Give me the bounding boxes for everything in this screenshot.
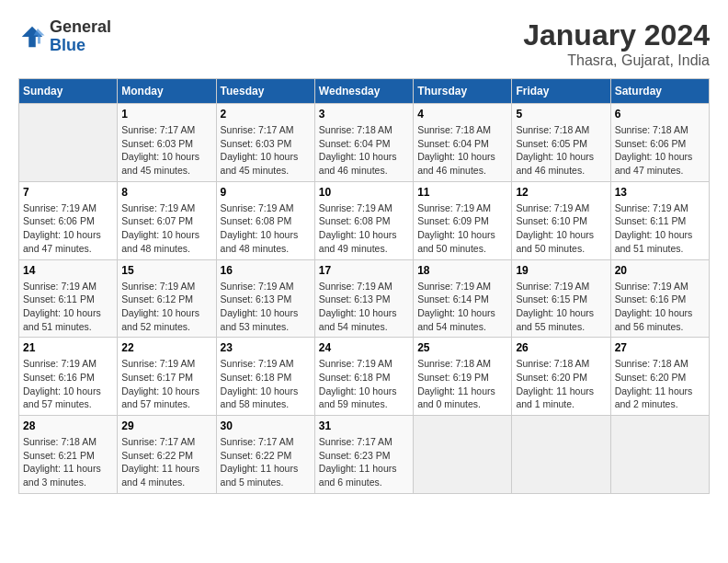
day-number: 4 [417, 108, 507, 121]
calendar-cell: 15Sunrise: 7:19 AMSunset: 6:12 PMDayligh… [118, 259, 216, 338]
day-info: Sunrise: 7:18 AMSunset: 6:20 PMDaylight:… [516, 357, 606, 411]
day-info: Sunrise: 7:18 AMSunset: 6:19 PMDaylight:… [417, 357, 507, 411]
day-info: Sunrise: 7:18 AMSunset: 6:04 PMDaylight:… [417, 123, 507, 178]
day-number: 1 [121, 108, 211, 121]
calendar-cell: 6Sunrise: 7:18 AMSunset: 6:06 PMDaylight… [610, 104, 709, 182]
day-info: Sunrise: 7:17 AMSunset: 6:22 PMDaylight:… [221, 435, 311, 489]
day-number: 10 [319, 186, 409, 199]
calendar-cell: 20Sunrise: 7:19 AMSunset: 6:16 PMDayligh… [610, 259, 709, 338]
calendar-header: SundayMondayTuesdayWednesdayThursdayFrid… [19, 79, 710, 104]
calendar-cell: 17Sunrise: 7:19 AMSunset: 6:13 PMDayligh… [314, 259, 413, 338]
day-info: Sunrise: 7:19 AMSunset: 6:09 PMDaylight:… [417, 201, 507, 256]
calendar-cell [512, 416, 610, 494]
column-header-monday: Monday [118, 79, 216, 104]
day-info: Sunrise: 7:17 AMSunset: 6:23 PMDaylight:… [319, 435, 409, 489]
logo-general-text: General [50, 18, 111, 37]
day-info: Sunrise: 7:18 AMSunset: 6:05 PMDaylight:… [516, 123, 606, 178]
calendar-cell: 27Sunrise: 7:18 AMSunset: 6:20 PMDayligh… [610, 338, 709, 416]
day-info: Sunrise: 7:17 AMSunset: 6:03 PMDaylight:… [121, 123, 211, 178]
calendar-cell: 24Sunrise: 7:19 AMSunset: 6:18 PMDayligh… [314, 338, 413, 416]
column-header-friday: Friday [512, 79, 610, 104]
day-info: Sunrise: 7:18 AMSunset: 6:04 PMDaylight:… [319, 123, 409, 178]
page-header: General Blue January 2024 Thasra, Gujara… [18, 18, 710, 69]
calendar-cell: 29Sunrise: 7:17 AMSunset: 6:22 PMDayligh… [118, 416, 216, 494]
calendar-week-1: 1Sunrise: 7:17 AMSunset: 6:03 PMDaylight… [19, 104, 710, 182]
calendar-body: 1Sunrise: 7:17 AMSunset: 6:03 PMDaylight… [19, 104, 710, 494]
day-info: Sunrise: 7:19 AMSunset: 6:16 PMDaylight:… [615, 280, 705, 334]
calendar-week-5: 28Sunrise: 7:18 AMSunset: 6:21 PMDayligh… [19, 416, 710, 494]
day-number: 21 [23, 341, 113, 354]
calendar-cell: 28Sunrise: 7:18 AMSunset: 6:21 PMDayligh… [19, 416, 118, 494]
day-number: 11 [417, 186, 507, 199]
calendar-cell: 10Sunrise: 7:19 AMSunset: 6:08 PMDayligh… [314, 181, 413, 259]
calendar-cell [414, 416, 512, 494]
calendar-cell: 25Sunrise: 7:18 AMSunset: 6:19 PMDayligh… [414, 338, 512, 416]
day-number: 5 [516, 108, 606, 121]
day-number: 13 [615, 186, 705, 199]
day-number: 17 [319, 264, 409, 277]
calendar-cell: 12Sunrise: 7:19 AMSunset: 6:10 PMDayligh… [512, 181, 610, 259]
day-info: Sunrise: 7:19 AMSunset: 6:11 PMDaylight:… [23, 280, 113, 334]
calendar-cell: 14Sunrise: 7:19 AMSunset: 6:11 PMDayligh… [19, 259, 118, 338]
day-info: Sunrise: 7:19 AMSunset: 6:15 PMDaylight:… [516, 280, 606, 334]
calendar-cell: 4Sunrise: 7:18 AMSunset: 6:04 PMDaylight… [414, 104, 512, 182]
calendar-cell: 1Sunrise: 7:17 AMSunset: 6:03 PMDaylight… [118, 104, 216, 182]
header-row: SundayMondayTuesdayWednesdayThursdayFrid… [19, 79, 710, 104]
day-info: Sunrise: 7:19 AMSunset: 6:17 PMDaylight:… [121, 357, 211, 411]
calendar-week-3: 14Sunrise: 7:19 AMSunset: 6:11 PMDayligh… [19, 259, 710, 338]
calendar-cell: 13Sunrise: 7:19 AMSunset: 6:11 PMDayligh… [610, 181, 709, 259]
calendar-subtitle: Thasra, Gujarat, India [523, 52, 710, 69]
logo: General Blue [18, 18, 111, 55]
day-number: 31 [319, 419, 409, 432]
day-info: Sunrise: 7:19 AMSunset: 6:13 PMDaylight:… [221, 280, 311, 334]
column-header-saturday: Saturday [610, 79, 709, 104]
day-info: Sunrise: 7:17 AMSunset: 6:03 PMDaylight:… [221, 123, 311, 178]
calendar-cell: 8Sunrise: 7:19 AMSunset: 6:07 PMDaylight… [118, 181, 216, 259]
title-block: January 2024 Thasra, Gujarat, India [523, 18, 710, 69]
day-number: 22 [121, 341, 211, 354]
calendar-cell [610, 416, 709, 494]
day-number: 27 [615, 341, 705, 354]
calendar-cell: 23Sunrise: 7:19 AMSunset: 6:18 PMDayligh… [216, 338, 314, 416]
day-number: 7 [23, 186, 113, 199]
calendar-cell: 11Sunrise: 7:19 AMSunset: 6:09 PMDayligh… [414, 181, 512, 259]
calendar-cell: 18Sunrise: 7:19 AMSunset: 6:14 PMDayligh… [414, 259, 512, 338]
day-number: 15 [121, 264, 211, 277]
day-info: Sunrise: 7:19 AMSunset: 6:14 PMDaylight:… [417, 280, 507, 334]
day-info: Sunrise: 7:19 AMSunset: 6:07 PMDaylight:… [121, 201, 211, 256]
calendar-cell: 5Sunrise: 7:18 AMSunset: 6:05 PMDaylight… [512, 104, 610, 182]
day-number: 3 [319, 108, 409, 121]
day-info: Sunrise: 7:18 AMSunset: 6:20 PMDaylight:… [615, 357, 705, 411]
day-info: Sunrise: 7:19 AMSunset: 6:08 PMDaylight:… [221, 201, 311, 256]
logo-icon [18, 23, 46, 51]
day-number: 20 [615, 264, 705, 277]
day-info: Sunrise: 7:19 AMSunset: 6:08 PMDaylight:… [319, 201, 409, 256]
column-header-tuesday: Tuesday [216, 79, 314, 104]
day-number: 16 [221, 264, 311, 277]
day-info: Sunrise: 7:17 AMSunset: 6:22 PMDaylight:… [121, 435, 211, 489]
calendar-cell: 3Sunrise: 7:18 AMSunset: 6:04 PMDaylight… [314, 104, 413, 182]
day-number: 9 [221, 186, 311, 199]
calendar-cell: 19Sunrise: 7:19 AMSunset: 6:15 PMDayligh… [512, 259, 610, 338]
calendar-cell: 16Sunrise: 7:19 AMSunset: 6:13 PMDayligh… [216, 259, 314, 338]
day-number: 28 [23, 419, 113, 432]
day-info: Sunrise: 7:19 AMSunset: 6:10 PMDaylight:… [516, 201, 606, 256]
day-number: 23 [221, 341, 311, 354]
day-number: 18 [417, 264, 507, 277]
day-number: 25 [417, 341, 507, 354]
calendar-cell: 26Sunrise: 7:18 AMSunset: 6:20 PMDayligh… [512, 338, 610, 416]
day-info: Sunrise: 7:18 AMSunset: 6:06 PMDaylight:… [615, 123, 705, 178]
calendar-cell: 30Sunrise: 7:17 AMSunset: 6:22 PMDayligh… [216, 416, 314, 494]
calendar-cell: 9Sunrise: 7:19 AMSunset: 6:08 PMDaylight… [216, 181, 314, 259]
calendar-cell: 7Sunrise: 7:19 AMSunset: 6:06 PMDaylight… [19, 181, 118, 259]
day-number: 26 [516, 341, 606, 354]
calendar-cell: 22Sunrise: 7:19 AMSunset: 6:17 PMDayligh… [118, 338, 216, 416]
day-number: 24 [319, 341, 409, 354]
calendar-cell: 2Sunrise: 7:17 AMSunset: 6:03 PMDaylight… [216, 104, 314, 182]
day-info: Sunrise: 7:19 AMSunset: 6:18 PMDaylight:… [319, 357, 409, 411]
column-header-sunday: Sunday [19, 79, 118, 104]
calendar-week-4: 21Sunrise: 7:19 AMSunset: 6:16 PMDayligh… [19, 338, 710, 416]
day-info: Sunrise: 7:18 AMSunset: 6:21 PMDaylight:… [23, 435, 113, 489]
day-number: 12 [516, 186, 606, 199]
day-info: Sunrise: 7:19 AMSunset: 6:18 PMDaylight:… [221, 357, 311, 411]
